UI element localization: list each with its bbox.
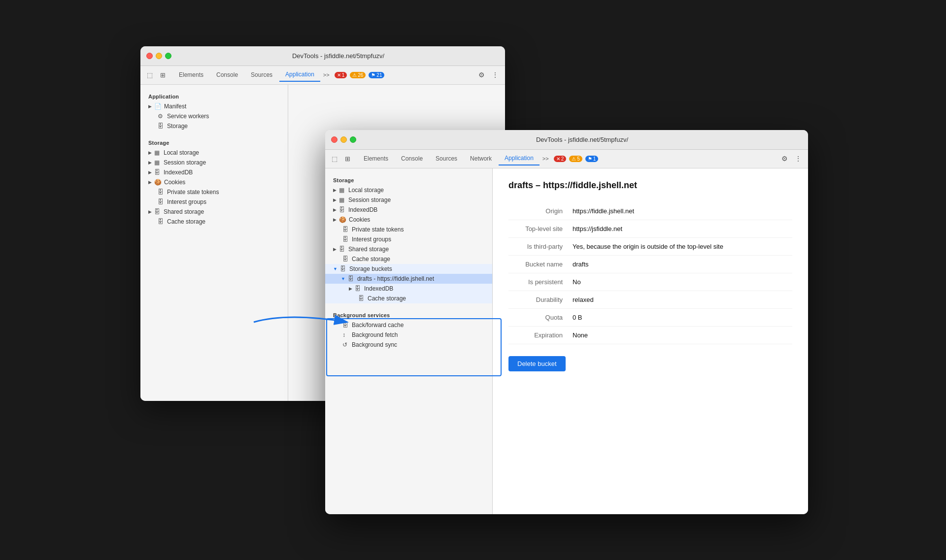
back-kebab-icon[interactable]: ⋮ — [489, 69, 501, 81]
back-tab-sources[interactable]: Sources — [245, 68, 278, 82]
back-warn-badge: ⚠ 26 — [350, 72, 366, 78]
front-cookies[interactable]: ▶ 🍪 Cookies — [325, 215, 492, 225]
front-tab-more[interactable]: >> — [541, 156, 551, 162]
front-bcs-label: Cache storage — [368, 295, 406, 302]
front-ig-icon: 🗄 — [342, 236, 349, 243]
back-tab-elements[interactable]: Elements — [173, 68, 209, 82]
back-minimize-button[interactable] — [156, 53, 162, 59]
back-private-state[interactable]: 🗄 Private state tokens — [140, 187, 288, 197]
back-tab-application[interactable]: Application — [279, 68, 320, 82]
back-maximize-button[interactable] — [165, 53, 171, 59]
delete-bucket-button[interactable]: Delete bucket — [508, 356, 566, 371]
back-sidebar-manifest[interactable]: ▶ 📄 Manifest — [140, 101, 288, 111]
front-cookies-label: Cookies — [349, 216, 370, 223]
detail-value-durability: relaxed — [573, 296, 792, 303]
front-minimize-button[interactable] — [340, 136, 347, 143]
front-storage-buckets[interactable]: ▼ 🗄 Storage buckets — [325, 264, 492, 274]
back-interest-groups[interactable]: 🗄 Interest groups — [140, 197, 288, 207]
front-ss-label: Session storage — [348, 197, 391, 203]
front-tab-sources[interactable]: Sources — [430, 152, 463, 165]
front-bgf-label: Background fetch — [352, 331, 398, 338]
back-title-bar: DevTools - jsfiddle.net/5tmpfuzv/ — [140, 46, 505, 66]
detail-label-persistent: Is persistent — [508, 278, 573, 286]
front-info-badge: ⚑ 1 — [585, 156, 599, 162]
back-ss-arrow: ▶ — [148, 160, 152, 165]
detail-value-top-level: https://jsfiddle.net — [573, 225, 792, 232]
back-local-storage[interactable]: ▶ ▦ Local storage — [140, 148, 288, 158]
back-settings-icon[interactable]: ⚙ — [475, 69, 487, 81]
detail-value-expiration: None — [573, 331, 792, 339]
front-maximize-button[interactable] — [350, 136, 356, 143]
back-shared-icon: 🗄 — [154, 208, 161, 215]
front-ig-label: Interest groups — [352, 236, 391, 243]
front-settings-icon[interactable]: ⚙ — [778, 153, 790, 165]
back-idb-icon: 🗄 — [154, 169, 161, 176]
front-private-state[interactable]: 🗄 Private state tokens — [325, 225, 492, 234]
back-close-button[interactable] — [146, 53, 153, 59]
front-shared-icon: 🗄 — [339, 246, 346, 253]
back-cs-label: Cache storage — [167, 218, 205, 225]
front-cache-storage[interactable]: 🗄 Cache storage — [325, 254, 492, 264]
detail-label-quota: Quota — [508, 314, 573, 321]
front-bf-cache[interactable]: 🗄 Back/forward cache — [325, 320, 492, 330]
front-title-bar: DevTools - jsfiddle.net/5tmpfuzv/ — [325, 130, 808, 150]
front-shared-storage[interactable]: ▶ 🗄 Shared storage — [325, 244, 492, 254]
front-cookies-icon: 🍪 — [339, 216, 346, 223]
back-sidebar-service-workers[interactable]: ⚙ Service workers — [140, 111, 288, 121]
front-tab-application[interactable]: Application — [499, 152, 540, 165]
front-sb-arrow: ▼ — [333, 266, 338, 271]
back-tab-more[interactable]: >> — [321, 72, 332, 78]
back-tab-console[interactable]: Console — [210, 68, 244, 82]
front-tab-icons: ⬚ ⊞ — [329, 153, 353, 164]
back-divider1 — [140, 131, 288, 135]
front-bg-fetch[interactable]: ↕ Background fetch — [325, 330, 492, 340]
front-bfc-icon: 🗄 — [342, 322, 349, 329]
back-traffic-lights — [146, 53, 171, 59]
front-tab-badges: ✕ 2 ⚠ 5 ⚑ 1 — [554, 156, 599, 162]
front-storage-section-title: Storage — [325, 172, 492, 185]
front-interest-groups[interactable]: 🗄 Interest groups — [325, 234, 492, 244]
front-close-button[interactable] — [331, 136, 338, 143]
front-drafts-bucket[interactable]: ▼ 🗄 drafts - https://fiddle.jshell.net — [325, 274, 492, 284]
front-bucket-cache-storage[interactable]: 🗄 Cache storage — [325, 294, 492, 303]
front-sb-label: Storage buckets — [349, 265, 392, 272]
back-layers-icon[interactable]: ⊞ — [157, 69, 168, 80]
back-shared-storage[interactable]: ▶ 🗄 Shared storage — [140, 207, 288, 217]
front-divider-bg — [325, 303, 492, 307]
back-cache-storage[interactable]: 🗄 Cache storage — [140, 217, 288, 227]
front-session-storage[interactable]: ▶ ▦ Session storage — [325, 195, 492, 205]
front-bgs-icon: ↺ — [342, 341, 349, 348]
front-bg-sync[interactable]: ↺ Background sync — [325, 340, 492, 350]
back-cookies-label: Cookies — [164, 179, 185, 186]
front-indexed-db[interactable]: ▶ 🗄 IndexedDB — [325, 205, 492, 215]
back-selector-icon[interactable]: ⬚ — [144, 69, 155, 80]
detail-label-top-level: Top-level site — [508, 225, 573, 232]
front-tab-network[interactable]: Network — [464, 152, 498, 165]
back-session-storage[interactable]: ▶ ▦ Session storage — [140, 158, 288, 167]
front-bucket-indexed-db[interactable]: ▶ 🗄 IndexedDB — [325, 284, 492, 294]
back-tab-icons: ⬚ ⊞ — [144, 69, 168, 80]
back-storage-label: Storage — [167, 123, 188, 130]
front-drafts-label: drafts - https://fiddle.jshell.net — [357, 275, 434, 282]
back-sidebar: Application ▶ 📄 Manifest ⚙ Service worke… — [140, 85, 288, 401]
front-drafts-icon: 🗄 — [348, 275, 355, 282]
front-drafts-arrow: ▼ — [341, 276, 345, 281]
back-indexed-db[interactable]: ▶ 🗄 IndexedDB — [140, 167, 288, 177]
front-tab-console[interactable]: Console — [395, 152, 429, 165]
front-tab-elements[interactable]: Elements — [358, 152, 394, 165]
back-ps-icon: 🗄 — [158, 189, 165, 196]
front-selector-icon[interactable]: ⬚ — [329, 153, 340, 164]
front-local-storage[interactable]: ▶ ▦ Local storage — [325, 185, 492, 195]
back-sidebar-storage[interactable]: 🗄 Storage — [140, 121, 288, 131]
back-storage-icon: 🗄 — [158, 123, 165, 130]
back-ps-label: Private state tokens — [167, 189, 219, 196]
front-layers-icon[interactable]: ⊞ — [342, 153, 353, 164]
detail-value-bucket-name: drafts — [573, 261, 792, 268]
front-error-badge: ✕ 2 — [554, 156, 567, 162]
back-cookies[interactable]: ▶ 🍪 Cookies — [140, 177, 288, 187]
front-bg-section-title: Background services — [325, 307, 492, 320]
front-kebab-icon[interactable]: ⋮ — [792, 153, 804, 165]
back-sw-label: Service workers — [167, 113, 209, 120]
back-manifest-arrow: ▶ — [148, 104, 152, 109]
back-window-title: DevTools - jsfiddle.net/5tmpfuzv/ — [177, 52, 499, 60]
